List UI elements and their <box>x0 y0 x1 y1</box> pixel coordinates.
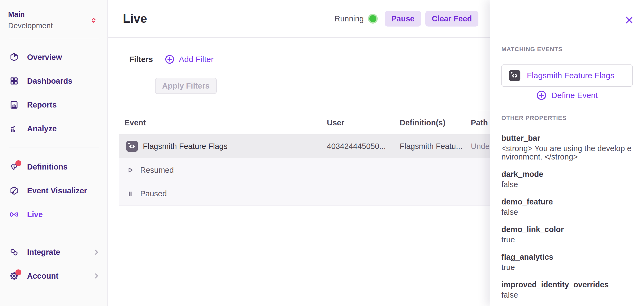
plus-circle-icon <box>536 90 547 100</box>
sidebar-item-account[interactable]: Account <box>0 264 107 288</box>
account-gear-icon <box>9 271 19 281</box>
event-name: Flagsmith Feature Flags <box>143 142 228 151</box>
sidebar-item-label: Account <box>27 272 58 281</box>
clear-feed-button[interactable]: Clear Feed <box>425 11 478 27</box>
live-feed-table: Event User Definition(s) Path Flagsmith … <box>119 111 490 206</box>
property-item: demo_feature false <box>501 197 633 216</box>
property-item: flag_analytics true <box>501 252 633 272</box>
filters-bar: Filters Add Filter <box>108 38 490 64</box>
overview-icon <box>9 53 19 62</box>
sidebar: Main Development Overview Dashboards <box>0 0 108 306</box>
filters-label: Filters <box>129 55 153 64</box>
live-icon <box>9 210 19 219</box>
sidebar-item-analyze[interactable]: Analyze <box>0 117 107 141</box>
property-key: butter_bar <box>501 133 633 143</box>
property-key: improved_identity_overrides <box>501 280 633 289</box>
event-visualizer-icon <box>9 186 19 195</box>
property-value: false <box>501 208 633 216</box>
property-value: <strong> You are using the develop envir… <box>501 144 633 161</box>
property-key: flag_analytics <box>501 252 633 262</box>
event-path: Unde... <box>471 142 490 151</box>
property-key: dark_mode <box>501 169 633 179</box>
pause-icon <box>126 190 134 198</box>
dashboards-icon <box>9 76 19 86</box>
main-content: Live Running Pause Clear Feed Filters Ad… <box>108 0 490 306</box>
sidebar-divider <box>9 38 99 38</box>
table-row[interactable]: Paused <box>119 182 490 206</box>
definitions-icon <box>9 162 19 171</box>
feed-state-label: Resumed <box>140 166 174 175</box>
code-window-icon <box>508 69 521 82</box>
sidebar-item-label: Reports <box>27 100 57 109</box>
sidebar-item-label: Live <box>27 210 43 219</box>
event-definitions: Flagsmith Featu... <box>400 142 471 151</box>
sidebar-item-definitions[interactable]: Definitions <box>0 155 107 179</box>
analyze-icon <box>9 124 19 133</box>
column-header-event: Event <box>119 118 327 127</box>
property-value: true <box>501 263 633 272</box>
code-window-icon <box>126 140 138 152</box>
event-details-panel: MATCHING EVENTS Flagsmith Feature Flags … <box>490 0 644 306</box>
workspace-environment: Development <box>8 19 90 32</box>
notification-dot <box>15 160 21 166</box>
updown-caret-icon[interactable] <box>90 16 98 24</box>
reports-icon <box>9 100 19 109</box>
table-row[interactable]: Resumed <box>119 158 490 182</box>
property-item: dark_mode false <box>501 169 633 189</box>
column-header-definitions: Definition(s) <box>400 118 471 127</box>
property-value: true <box>501 236 633 244</box>
live-header: Live Running Pause Clear Feed <box>108 0 490 38</box>
sidebar-item-event-visualizer[interactable]: Event Visualizer <box>0 179 107 203</box>
property-value: false <box>501 291 633 299</box>
add-filter-label: Add Filter <box>179 55 213 64</box>
property-key: demo_link_color <box>501 224 633 234</box>
sidebar-item-reports[interactable]: Reports <box>0 93 107 117</box>
property-value: false <box>501 180 633 189</box>
sidebar-item-label: Integrate <box>27 248 60 257</box>
sidebar-divider <box>9 148 99 148</box>
table-body: Flagsmith Feature Flags 403424445050... … <box>119 134 490 206</box>
workspace-switcher[interactable]: Main Development <box>0 9 107 32</box>
plus-circle-icon <box>165 54 175 64</box>
play-icon <box>126 166 134 174</box>
integrate-icon <box>9 248 19 257</box>
matching-event-card[interactable]: Flagsmith Feature Flags <box>501 64 633 87</box>
close-icon[interactable] <box>624 14 636 26</box>
column-header-path: Path <box>471 118 490 127</box>
feed-state-label: Paused <box>140 189 167 198</box>
table-header-row: Event User Definition(s) Path <box>119 111 490 134</box>
define-event-button[interactable]: Define Event <box>501 89 633 101</box>
property-item: improved_identity_overrides false <box>501 280 633 299</box>
chevron-right-icon <box>92 248 100 256</box>
other-properties-heading: OTHER PROPERTIES <box>501 115 633 121</box>
sidebar-item-integrate[interactable]: Integrate <box>0 240 107 264</box>
pause-button[interactable]: Pause <box>385 11 421 27</box>
sidebar-item-dashboards[interactable]: Dashboards <box>0 69 107 93</box>
sidebar-nav: Overview Dashboards Reports Analyze <box>0 45 107 288</box>
workspace-name: Main <box>8 9 90 19</box>
notification-dot <box>15 269 21 275</box>
running-status-dot <box>368 14 378 24</box>
property-item: demo_link_color true <box>501 224 633 244</box>
app-window: Main Development Overview Dashboards <box>0 0 644 306</box>
properties-list: butter_bar <strong> You are using the de… <box>501 133 633 299</box>
sidebar-divider <box>9 233 99 233</box>
sidebar-item-label: Event Visualizer <box>27 186 87 195</box>
column-header-user: User <box>327 118 400 127</box>
chevron-right-icon <box>92 272 100 280</box>
table-row[interactable]: Flagsmith Feature Flags 403424445050... … <box>119 134 490 158</box>
sidebar-item-live[interactable]: Live <box>0 203 107 226</box>
sidebar-item-label: Overview <box>27 53 62 62</box>
sidebar-item-label: Definitions <box>27 162 68 171</box>
add-filter-button[interactable]: Add Filter <box>165 54 213 64</box>
matching-event-name: Flagsmith Feature Flags <box>527 71 614 80</box>
sidebar-item-overview[interactable]: Overview <box>0 45 107 69</box>
define-event-label: Define Event <box>551 91 598 100</box>
sidebar-item-label: Analyze <box>27 124 57 133</box>
page-title: Live <box>123 12 147 25</box>
matching-events-heading: MATCHING EVENTS <box>501 46 633 53</box>
sidebar-item-label: Dashboards <box>27 77 73 86</box>
apply-filters-button[interactable]: Apply Filters <box>155 78 217 94</box>
property-key: demo_feature <box>501 197 633 207</box>
property-item: butter_bar <strong> You are using the de… <box>501 133 633 161</box>
